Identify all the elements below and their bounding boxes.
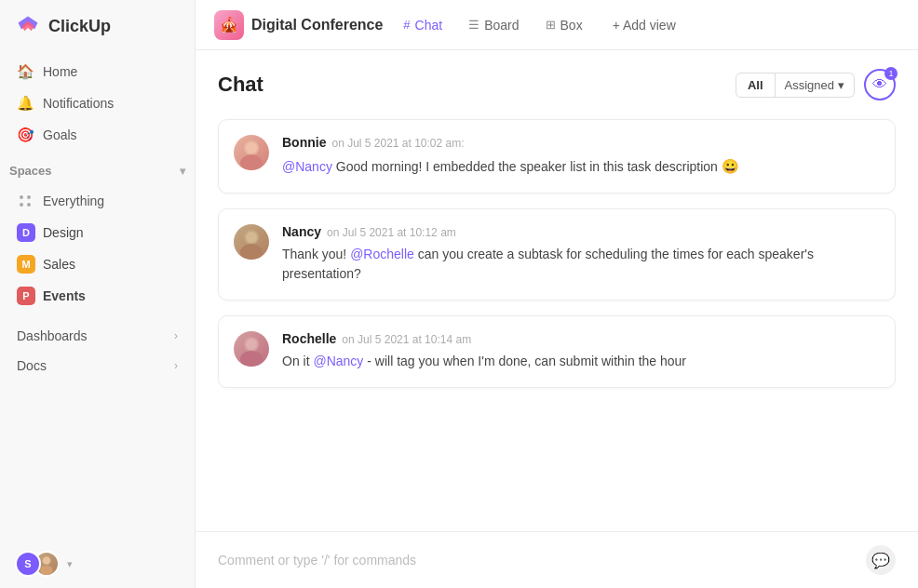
svg-point-4 [20,203,23,207]
bonnie-avatar [234,135,269,170]
bonnie-name: Bonnie [282,135,326,150]
comment-input[interactable]: Comment or type '/' for commands [218,553,855,568]
sidebar-item-notifications-label: Notifications [43,96,114,111]
sales-label: Sales [43,257,75,272]
eye-badge: 1 [884,67,898,80]
messages-list: Bonnie on Jul 5 2021 at 10:02 am: @Nancy… [218,119,896,403]
topbar: 🎪 Digital Conference # Chat ☰ Board ⊞ Bo… [196,0,918,50]
main-content: 🎪 Digital Conference # Chat ☰ Board ⊞ Bo… [196,0,918,588]
everything-icon [17,193,34,209]
filter-assigned-button[interactable]: Assigned ▾ [776,73,855,98]
logo-text: ClickUp [48,17,111,36]
svg-point-6 [43,556,51,565]
filter-chevron: ▾ [838,78,844,92]
tab-board[interactable]: ☰ Board [459,12,528,38]
sidebar-item-everything-label: Everything [43,194,104,208]
sidebar-footer[interactable]: S ▾ [0,540,195,588]
footer-chevron: ▾ [67,558,73,570]
user-avatars: S [15,551,60,577]
events-badge: P [17,287,35,305]
bonnie-emoji: 😀 [722,158,739,174]
nancy-content: Nancy on Jul 5 2021 at 10:12 am Thank yo… [282,224,880,285]
design-badge: D [17,223,35,242]
tab-chat[interactable]: # Chat [394,12,452,38]
sidebar-item-goals[interactable]: 🎯 Goals [7,119,187,151]
send-icon: 💬 [871,552,890,569]
sidebar-item-dashboards[interactable]: Dashboards › [7,321,187,351]
dashboards-chevron: › [174,329,178,342]
message-rochelle: Rochelle on Jul 5 2021 at 10:14 am On it… [218,315,896,388]
tab-chat-label: Chat [415,18,443,33]
tab-box[interactable]: ⊞ Box [536,12,592,38]
sidebar-item-goals-label: Goals [43,127,77,142]
chat-hash-icon: # [403,18,410,32]
sidebar-item-home[interactable]: 🏠 Home [7,56,187,87]
bonnie-content: Bonnie on Jul 5 2021 at 10:02 am: @Nancy… [282,135,880,178]
filter-assigned-label: Assigned [785,78,834,92]
sidebar-item-sales[interactable]: M Sales [7,248,187,280]
send-button[interactable]: 💬 [866,545,896,575]
bell-icon: 🔔 [17,95,34,112]
sidebar-item-notifications[interactable]: 🔔 Notifications [7,87,187,119]
bonnie-text-main: Good morning! I embedded the speaker lis… [332,159,718,174]
add-view-button[interactable]: + Add view [603,12,685,38]
svg-point-9 [240,154,263,170]
sales-badge: M [17,255,35,274]
svg-point-3 [27,195,31,199]
goals-icon: 🎯 [17,127,34,143]
nancy-avatar [234,224,269,260]
sidebar-item-docs[interactable]: Docs › [7,351,187,381]
filter-all-button[interactable]: All [736,73,776,98]
dashboards-label: Dashboards [17,328,88,343]
spaces-section-header[interactable]: Spaces ▾ [0,154,195,181]
eye-button[interactable]: 👁 1 [864,69,896,100]
chat-title: Chat [218,73,263,97]
message-bonnie: Bonnie on Jul 5 2021 at 10:02 am: @Nancy… [218,119,896,194]
tab-board-label: Board [484,18,519,33]
bonnie-time: on Jul 5 2021 at 10:02 am: [331,137,464,150]
board-icon: ☰ [468,18,479,32]
nancy-header: Nancy on Jul 5 2021 at 10:12 am [282,224,880,239]
comment-bar: Comment or type '/' for commands 💬 [196,531,918,588]
box-icon: ⊞ [546,18,556,32]
rochelle-text: On it @Nancy - will tag you when I'm don… [282,352,880,372]
sidebar-item-home-label: Home [43,64,77,79]
svg-point-2 [20,195,23,199]
message-nancy: Nancy on Jul 5 2021 at 10:12 am Thank yo… [218,208,896,301]
rochelle-avatar [234,331,269,367]
user-avatar-s: S [15,551,41,577]
svg-point-16 [246,339,257,350]
sidebar-item-everything[interactable]: Everything [7,185,187,217]
bonnie-text: @Nancy Good morning! I embedded the spea… [282,155,880,178]
sidebar-item-design[interactable]: D Design [7,217,187,248]
nancy-text-before: Thank you! [282,247,350,261]
chat-header: Chat All Assigned ▾ 👁 1 [218,69,896,100]
chat-controls: All Assigned ▾ 👁 1 [736,69,896,100]
rochelle-content: Rochelle on Jul 5 2021 at 10:14 am On it… [282,331,880,372]
sidebar-bottom: Dashboards › Docs › [0,315,195,386]
svg-point-7 [40,566,53,575]
eye-icon: 👁 [872,76,887,93]
rochelle-name: Rochelle [282,331,336,346]
svg-point-15 [240,351,263,367]
svg-point-10 [246,142,257,154]
home-icon: 🏠 [17,63,34,80]
nancy-time: on Jul 5 2021 at 10:12 am [327,226,456,239]
sidebar-item-events[interactable]: P Events [7,280,187,312]
nancy-name: Nancy [282,224,321,239]
docs-chevron: › [174,359,178,372]
docs-label: Docs [17,358,47,373]
add-view-label: + Add view [613,18,676,33]
nancy-mention[interactable]: @Rochelle [350,247,414,261]
spaces-label: Spaces [9,164,52,178]
nancy-text: Thank you! @Rochelle can you create a su… [282,245,880,285]
logo-area[interactable]: ClickUp [0,0,195,52]
rochelle-mention[interactable]: @Nancy [313,354,363,368]
svg-point-13 [246,232,257,243]
bonnie-header: Bonnie on Jul 5 2021 at 10:02 am: [282,135,880,150]
rochelle-time: on Jul 5 2021 at 10:14 am [342,333,471,346]
events-label: Events [43,288,86,303]
rochelle-header: Rochelle on Jul 5 2021 at 10:14 am [282,331,880,346]
tab-box-label: Box [560,18,583,33]
bonnie-mention[interactable]: @Nancy [282,159,332,174]
